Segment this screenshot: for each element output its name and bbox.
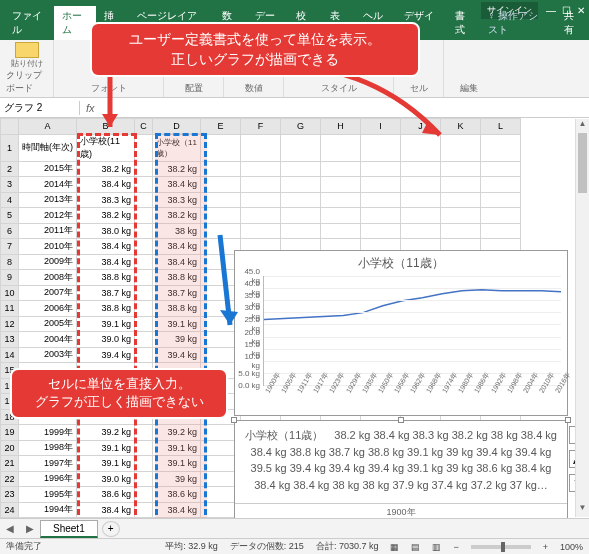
col-header-L[interactable]: L [481,119,521,135]
scroll-up-icon[interactable]: ▲ [576,119,589,133]
sheet-nav-prev[interactable]: ◀ [0,523,20,534]
group-align: 配置 [185,82,203,95]
svg-marker-1 [220,310,238,325]
col-header-D[interactable]: D [153,119,201,135]
arrow-to-chart2 [208,230,248,340]
chart1-series [264,290,561,320]
vertical-scrollbar[interactable]: ▲ ▼ [575,119,589,517]
chart1-xticks: 1900年1905年1911年1917年1923年1929年1935年1950年… [263,390,561,400]
zoom-in-button[interactable]: + [543,542,548,552]
zoom-level[interactable]: 100% [560,542,583,552]
sheet-tabs: ◀ ▶ Sheet1 + [0,518,589,538]
status-average: 平均: 32.9 kg [165,540,218,553]
name-box[interactable]: グラフ 2 [0,101,80,115]
col-header-A[interactable]: A [19,119,77,135]
callout-incorrect: セルに単位を直接入力。グラフが正しく描画できない [10,368,228,419]
paste-icon[interactable] [15,42,39,58]
row-header-2[interactable]: 2 [1,161,19,177]
tell-me[interactable]: ♀ 操作アシスト [480,6,556,40]
status-sum: 合計: 7030.7 kg [316,540,379,553]
row-header-10[interactable]: 10 [1,285,19,301]
row-header-3[interactable]: 3 [1,177,19,193]
sheet-tab-1[interactable]: Sheet1 [40,520,98,538]
view-pagelayout-icon[interactable]: ▤ [411,542,420,552]
row-header-20[interactable]: 20 [1,440,19,456]
chart2-xaxis: 1900年 [235,503,567,519]
group-clipboard: クリップボード [6,69,47,95]
row-header-11[interactable]: 11 [1,301,19,317]
callout-correct: ユーザー定義書式を使って単位を表示。正しいグラフが描画できる [90,22,420,77]
row-header-1[interactable]: 1 [1,134,19,161]
row-header-21[interactable]: 21 [1,456,19,472]
chart1-plot: 0.0 kg5.0 kg10.0 kg15.0 kg20.0 kg25.0 kg… [263,276,561,386]
tab-file[interactable]: ファイル [4,6,54,40]
sheet-nav-next[interactable]: ▶ [20,523,40,534]
row-header-4[interactable]: 4 [1,192,19,208]
chart-correct[interactable]: 小学校（11歳） 0.0 kg5.0 kg10.0 kg15.0 kg20.0 … [234,250,568,416]
status-bar: 準備完了 平均: 32.9 kg データの個数: 215 合計: 7030.7 … [0,538,589,554]
share-button[interactable]: 共有 [556,6,589,40]
chart2-content: 小学校（11歳） 38.2 kg 38.4 kg 38.3 kg 38.2 kg… [235,421,567,499]
svg-marker-2 [102,114,118,127]
row-header-8[interactable]: 8 [1,254,19,270]
zoom-slider[interactable] [471,545,531,549]
row-header-23[interactable]: 23 [1,487,19,503]
row-header-22[interactable]: 22 [1,471,19,487]
status-ready: 準備完了 [6,540,42,553]
row-header-19[interactable]: 19 [1,425,19,441]
row-header-7[interactable]: 7 [1,239,19,255]
row-header-13[interactable]: 13 [1,332,19,348]
status-count: データの個数: 215 [230,540,304,553]
col-header-C[interactable]: C [135,119,153,135]
new-sheet-button[interactable]: + [102,521,120,537]
spreadsheet-grid[interactable]: ABCDEFGHIJKL1 時間軸(年次) 小学校(11歳) 小学校（11歳） … [0,118,589,534]
scroll-down-icon[interactable]: ▼ [576,503,589,517]
row-header-14[interactable]: 14 [1,347,19,363]
row-header-6[interactable]: 6 [1,223,19,239]
row-header-12[interactable]: 12 [1,316,19,332]
zoom-out-button[interactable]: − [453,542,458,552]
chart1-title: 小学校（11歳） [235,251,567,276]
paste-label: 貼り付け [11,58,43,69]
row-header-24[interactable]: 24 [1,502,19,518]
row-header-9[interactable]: 9 [1,270,19,286]
tab-format[interactable]: 書式 [447,6,480,40]
view-normal-icon[interactable]: ▦ [390,542,399,552]
scroll-thumb[interactable] [578,133,587,193]
col-header-E[interactable]: E [201,119,241,135]
view-pagebreak-icon[interactable]: ▥ [432,542,441,552]
row-header-5[interactable]: 5 [1,208,19,224]
